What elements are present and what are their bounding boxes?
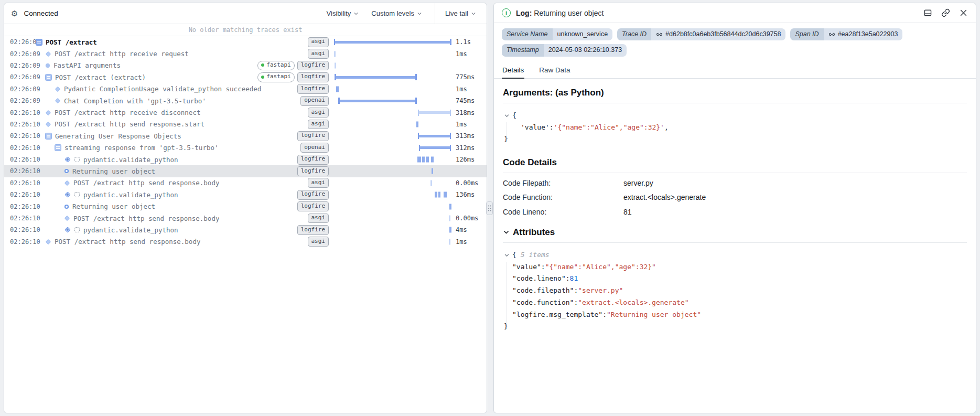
span-duration-bar <box>432 168 434 174</box>
arguments-python-block: { 'value': '{"name":"Alice","age":32}', … <box>503 106 967 150</box>
span-meta-badges: Service Name unknown_service Trace ID #d… <box>494 23 976 58</box>
json-value: "extract.<locals>.generate" <box>578 297 688 309</box>
collapse-chevron-icon[interactable] <box>504 252 510 258</box>
trace-row[interactable]: 02:26:10POST /extract http send response… <box>4 212 487 224</box>
span-duration-bar <box>418 110 451 116</box>
trace-row[interactable]: 02:26:10POST /extract http send response… <box>4 236 487 248</box>
tab-details[interactable]: Details <box>502 63 524 79</box>
span-name: POST /extract http send response.body <box>73 179 219 187</box>
trace-row[interactable]: 02:26:10POST /extract http receive disco… <box>4 106 487 118</box>
span-timeline <box>333 154 452 165</box>
diamond-plus-icon <box>64 226 71 233</box>
span-name: POST /extract http send response.body <box>55 238 200 246</box>
trace-row[interactable]: 02:26:10POST /extract http send response… <box>4 119 487 130</box>
tag-fastapi: fastapi <box>257 61 294 71</box>
trace-timestamp: 02:26:10 <box>4 121 36 128</box>
open-brace: { <box>512 249 516 261</box>
trace-row[interactable]: 02:26:09POST /extractasgi1.1s <box>4 36 487 48</box>
visibility-dropdown[interactable]: Visibility <box>327 9 359 17</box>
span-duration: 312ms <box>452 144 487 152</box>
trace-id-badge[interactable]: Trace ID #d62b8fc0a6eb3fb56844dc20d6c397… <box>617 28 785 40</box>
attributes-json-block: { 5 items "value": "{"name":"Alice","age… <box>503 246 967 337</box>
trace-timestamp: 02:26:10 <box>4 144 36 152</box>
panel-resize-handle[interactable] <box>486 201 493 215</box>
link-icon <box>656 31 663 38</box>
span-name: POST /extract http send response.start <box>55 120 204 128</box>
python-key: 'value' <box>521 122 550 134</box>
close-icon[interactable] <box>959 8 968 17</box>
trace-row[interactable]: 02:26:10Returning user objectlogfire <box>4 200 487 212</box>
trace-row[interactable]: 02:26:10pydantic.validate_pythonlogfire1… <box>4 154 487 165</box>
code-detail-label: Code Lineno: <box>503 205 623 219</box>
attributes-heading-text: Attributes <box>513 227 555 238</box>
ring-icon <box>64 168 69 174</box>
tag-logfire: logfire <box>297 72 329 82</box>
collapse-chevron-icon[interactable] <box>504 113 510 119</box>
span-duration: 0.00ms <box>452 215 487 222</box>
tag-asgi: asgi <box>308 178 329 188</box>
custom-levels-label: Custom levels <box>371 9 414 17</box>
span-timeline <box>333 212 452 224</box>
trace-row[interactable]: 02:26:10pydantic.validate_pythonlogfire4… <box>4 224 487 236</box>
span-duration-bar <box>438 192 440 198</box>
badge-label: Service Name <box>502 28 553 40</box>
trace-row[interactable]: 02:26:10streaming response from 'gpt-3.5… <box>4 142 487 154</box>
trace-row[interactable]: 02:26:10Returning user objectlogfire <box>4 165 487 177</box>
chevron-down-icon <box>417 11 422 16</box>
span-name: POST /extract http send response.body <box>73 215 219 222</box>
span-timeline <box>333 130 452 142</box>
span-duration-bar <box>335 74 417 80</box>
trace-timestamp: 02:26:09 <box>4 73 36 81</box>
json-value: "server.py" <box>578 285 623 297</box>
tag-asgi: asgi <box>308 37 329 47</box>
tab-raw-data[interactable]: Raw Data <box>539 63 570 78</box>
trace-row[interactable]: 02:26:10Generating User Response Objects… <box>4 130 487 142</box>
span-duration-bar <box>335 62 337 68</box>
span-timeline <box>333 36 452 48</box>
timestamp-badge: Timestamp 2024-05-03 02:26:10.373 <box>502 44 627 56</box>
span-duration: 0.00ms <box>452 179 487 187</box>
copy-link-icon[interactable] <box>941 8 950 17</box>
attributes-heading[interactable]: Attributes <box>503 227 967 238</box>
trace-row[interactable]: 02:26:10pydantic.validate_pythonlogfire1… <box>4 189 487 200</box>
span-name: POST /extract http receive disconnect <box>55 109 200 116</box>
span-timeline <box>333 165 452 177</box>
span-duration: 126ms <box>452 156 487 163</box>
python-string-value: '{"name":"Alice","age":32}' <box>554 122 664 134</box>
code-detail-row: Code Filepath:server.py <box>503 176 967 190</box>
trace-row[interactable]: 02:26:10POST /extract http send response… <box>4 177 487 189</box>
span-name: Chat Completion with 'gpt-3.5-turbo' <box>64 97 206 105</box>
live-tail-dropdown[interactable]: Live tail <box>445 9 476 17</box>
span-duration-bar <box>431 157 434 163</box>
span-duration-bar <box>416 121 418 127</box>
tag-asgi: asgi <box>308 108 329 118</box>
timestamp-value: 2024-05-03 02:26:10.373 <box>544 44 627 56</box>
no-older-traces-notice: No older matching traces exist <box>4 24 487 36</box>
chevron-down-icon <box>471 11 476 16</box>
trace-row[interactable]: 02:26:09FastAPI argumentsfastapilogfire <box>4 60 487 71</box>
trace-row[interactable]: 02:26:09Pydantic CompletionUsage validat… <box>4 83 487 95</box>
gear-icon[interactable]: ⚙ <box>11 9 18 17</box>
json-value: "{"name":"Alice","age":32}" <box>545 261 656 273</box>
trace-row[interactable]: 02:26:09POST /extract http receive reque… <box>4 48 487 59</box>
detail-panel: i Log:Returning user object Service Name… <box>493 3 976 413</box>
span-duration-bar <box>422 157 425 163</box>
span-id-badge[interactable]: Span ID #ea28f13e5a022903 <box>790 28 902 40</box>
span-timeline <box>333 60 452 71</box>
dock-panel-icon[interactable] <box>923 8 932 17</box>
span-name: streaming response from 'gpt-3.5-turbo' <box>64 144 219 152</box>
custom-levels-dropdown[interactable]: Custom levels <box>371 9 422 17</box>
trace-row[interactable]: 02:26:09Chat Completion with 'gpt-3.5-tu… <box>4 95 487 106</box>
span-timeline <box>333 48 452 59</box>
trace-row[interactable]: 02:26:09POST /extract (extract)fastapilo… <box>4 71 487 83</box>
code-detail-row: Code Lineno:81 <box>503 205 967 219</box>
span-duration-bar <box>419 145 451 151</box>
json-key: "code.filepath" <box>512 285 574 297</box>
live-tail-label: Live tail <box>445 9 468 17</box>
span-duration: 4ms <box>452 226 487 233</box>
span-duration-bar <box>417 157 421 163</box>
code-details-list: Code Filepath:server.pyCode Function:ext… <box>503 176 967 219</box>
diamond-icon <box>45 239 51 245</box>
span-duration: 1ms <box>452 238 487 246</box>
code-detail-value: server.py <box>623 176 653 190</box>
